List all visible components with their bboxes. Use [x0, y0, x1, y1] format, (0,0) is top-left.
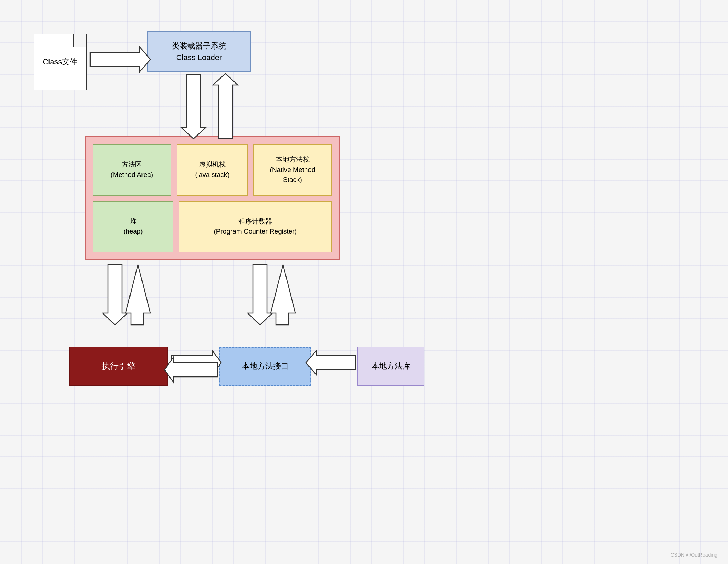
- class-loader-label: 类装载器子系统 Class Loader: [172, 40, 226, 63]
- method-area-box: 方法区(Method Area): [93, 144, 171, 196]
- native-stack-box: 本地方法栈(Native MethodStack): [253, 144, 332, 196]
- arrows-overlay: [0, 0, 728, 564]
- footer: CSDN @OutRoading: [671, 552, 718, 558]
- native-library-box: 本地方法库: [357, 347, 424, 386]
- arrow-runtime-native-up: [248, 265, 272, 325]
- class-file-box: Class文件: [34, 34, 87, 90]
- arrow-runtime-execengine-up: [103, 265, 127, 325]
- runtime-row-bottom: 堆(heap) 程序计数器(Program Counter Register): [93, 201, 332, 253]
- arrow-runtime-up: [213, 74, 238, 139]
- exec-engine-box: 执行引擎: [69, 347, 168, 386]
- diagram: Class文件 类装载器子系统 Class Loader 方法区(Method …: [0, 0, 728, 564]
- arrow-classfile-to-classloader: [90, 47, 150, 72]
- heap-box: 堆(heap): [93, 201, 173, 253]
- program-counter-box: 程序计数器(Program Counter Register): [179, 201, 332, 253]
- class-file-label: Class文件: [42, 57, 77, 67]
- arrow-exec-to-native: [172, 350, 221, 375]
- arrow-execengine-runtime-down: [126, 265, 150, 325]
- arrow-native-to-exec: [164, 357, 218, 382]
- class-loader-box: 类装载器子系统 Class Loader: [147, 31, 251, 72]
- runtime-row-top: 方法区(Method Area) 虚拟机栈(java stack) 本地方法栈(…: [93, 144, 332, 196]
- arrow-native-runtime-down: [271, 265, 295, 325]
- native-interface-box: 本地方法接口: [219, 347, 311, 386]
- arrow-classloader-down: [181, 74, 206, 139]
- arrow-library-to-native: [306, 350, 356, 375]
- runtime-area: 方法区(Method Area) 虚拟机栈(java stack) 本地方法栈(…: [85, 136, 340, 260]
- java-stack-box: 虚拟机栈(java stack): [177, 144, 248, 196]
